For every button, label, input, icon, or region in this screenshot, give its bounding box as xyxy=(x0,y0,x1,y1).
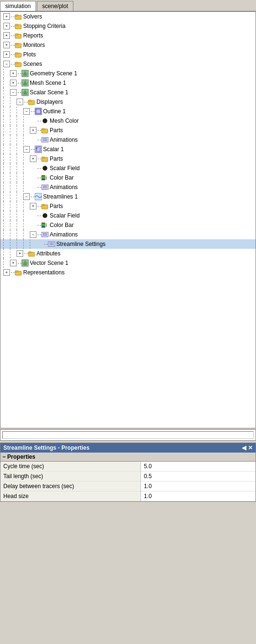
tree-item-monitors[interactable]: Monitors xyxy=(0,40,256,50)
tree-item-scalar-field-2[interactable]: Scalar Field xyxy=(0,211,256,220)
expander-parts-3[interactable] xyxy=(30,203,36,209)
anim-icon-2 xyxy=(41,183,49,191)
folder-icon-displayers xyxy=(28,98,35,106)
expander-plots[interactable] xyxy=(3,51,10,58)
field-value-cycle-time[interactable]: 5.0 xyxy=(141,462,256,472)
expander-empty-anim-1 xyxy=(30,136,36,143)
expander-scalar-scene[interactable] xyxy=(10,89,17,96)
folder-icon-3 xyxy=(15,32,22,39)
field-value-head-size[interactable]: 1.0 xyxy=(141,491,256,501)
colorbar-icon-1: 1 2 xyxy=(41,174,49,181)
tree-item-animations-2[interactable]: Animations xyxy=(0,182,256,192)
tree-item-outline-1[interactable]: Outline 1 xyxy=(0,107,256,116)
app-container: simulation scene/plot Solvers Stoppi xyxy=(0,0,256,502)
label-scenes: Scenes xyxy=(23,61,42,67)
expander-monitors[interactable] xyxy=(3,42,10,48)
tree-item-displayers[interactable]: Displayers xyxy=(0,97,256,107)
svg-point-46 xyxy=(43,166,47,171)
tree-item-solvers[interactable]: Solvers xyxy=(0,12,256,21)
expander-scalar-1[interactable] xyxy=(23,146,30,153)
expander-representations[interactable] xyxy=(3,269,10,276)
header-icons: ◀ ✕ xyxy=(242,444,253,451)
table-row: Delay between tracers (sec) 1.0 xyxy=(0,481,256,491)
svg-rect-7 xyxy=(15,43,18,45)
label-scalar-scene: Scalar Scene 1 xyxy=(30,89,68,96)
expander-geometry-scene[interactable] xyxy=(10,70,17,77)
anim-icon-3 xyxy=(41,231,49,238)
tree-item-mesh-color[interactable]: Mesh Color xyxy=(0,116,256,126)
svg-rect-79 xyxy=(28,252,31,253)
svg-point-30 xyxy=(43,118,47,123)
expander-scenes[interactable] xyxy=(3,61,10,67)
svg-point-62 xyxy=(43,213,47,218)
tree-item-parts-3[interactable]: Parts xyxy=(0,201,256,211)
expander-empty-sf-1 xyxy=(30,165,36,172)
label-mesh-color: Mesh Color xyxy=(50,118,79,124)
dot-icon-mesh-color xyxy=(41,117,49,125)
expander-parts-2[interactable] xyxy=(30,155,36,162)
tree-item-animations-1[interactable]: Animations xyxy=(0,135,256,145)
tree-item-scenes[interactable]: Scenes xyxy=(0,59,256,69)
label-attributes: Attributes xyxy=(36,250,61,257)
expander-reports[interactable] xyxy=(3,32,10,39)
expander-attributes[interactable] xyxy=(17,250,23,257)
svg-rect-59 xyxy=(35,198,42,200)
label-color-bar-1: Color Bar xyxy=(50,174,74,181)
tree-item-attributes[interactable]: Attributes xyxy=(0,249,256,258)
tree-item-scalar-1[interactable]: 2 Scalar 1 xyxy=(0,145,256,154)
tree-item-vector-scene[interactable]: Vector Scene 1 xyxy=(0,258,256,268)
tree-item-geometry-scene[interactable]: Geometry Scene 1 xyxy=(0,69,256,78)
expander-solvers[interactable] xyxy=(3,13,10,20)
search-input[interactable] xyxy=(2,431,254,439)
expander-stopping-criteria[interactable] xyxy=(3,23,10,29)
tree-item-scalar-field-1[interactable]: Scalar Field xyxy=(0,163,256,173)
tree-item-animations-3[interactable]: Animations xyxy=(0,230,256,239)
svg-rect-3 xyxy=(15,24,18,26)
tree-item-streamline-settings[interactable]: Streamline Settings xyxy=(0,239,256,249)
label-scalar-field-2: Scalar Field xyxy=(50,212,79,219)
tree-item-streamlines-1[interactable]: Streamlines 1 xyxy=(0,192,256,201)
field-value-tail-length[interactable]: 0.5 xyxy=(141,472,256,481)
tree-item-scalar-scene[interactable]: Scalar Scene 1 xyxy=(0,88,256,97)
label-animations-2: Animations xyxy=(50,184,78,190)
properties-section[interactable]: − Properties xyxy=(0,453,256,462)
folder-icon-parts-2 xyxy=(41,155,49,163)
tree-item-color-bar-2[interactable]: 1 2 Color Bar xyxy=(0,220,256,230)
field-value-delay[interactable]: 1.0 xyxy=(141,481,256,491)
label-outline-1: Outline 1 xyxy=(43,108,66,115)
label-reports: Reports xyxy=(23,32,43,39)
tree-item-reports[interactable]: Reports xyxy=(0,31,256,40)
tree-item-parts-2[interactable]: Parts xyxy=(0,154,256,163)
folder-icon-4 xyxy=(15,41,22,49)
streamline-settings-icon xyxy=(48,240,55,248)
tree-item-parts-1[interactable]: Parts xyxy=(0,126,256,135)
label-streamlines-1: Streamlines 1 xyxy=(43,193,78,200)
table-row: Tail length (sec) 0.5 xyxy=(0,472,256,481)
svg-rect-1 xyxy=(15,15,18,16)
expander-vector-scene[interactable] xyxy=(10,260,17,266)
tree-item-mesh-scene[interactable]: Mesh Scene 1 xyxy=(0,78,256,88)
tab-simulation[interactable]: simulation xyxy=(0,1,36,11)
dot-icon-sf-2 xyxy=(41,212,49,219)
properties-header: Streamline Settings - Properties ◀ ✕ xyxy=(0,443,256,453)
field-label-cycle-time: Cycle time (sec) xyxy=(0,462,141,472)
expander-streamlines-1[interactable] xyxy=(23,193,30,200)
expander-outline-1[interactable] xyxy=(23,108,30,115)
expander-displayers[interactable] xyxy=(17,99,23,105)
label-mesh-scene: Mesh Scene 1 xyxy=(30,80,66,86)
expander-animations-3[interactable] xyxy=(30,231,36,238)
tree-item-representations[interactable]: Representations xyxy=(0,268,256,277)
expander-mesh-scene[interactable] xyxy=(10,80,17,86)
label-displayers: Displayers xyxy=(36,99,63,105)
tree-item-stopping-criteria[interactable]: Stopping Criteria xyxy=(0,21,256,31)
label-animations-1: Animations xyxy=(50,136,78,143)
tab-scene-plot[interactable]: scene/plot xyxy=(37,1,73,11)
tree-item-color-bar-1[interactable]: 1 2 Color Bar xyxy=(0,173,256,182)
tree-item-plots[interactable]: Plots xyxy=(0,50,256,59)
scalar-icon-1: 2 xyxy=(35,145,42,153)
pin-icon[interactable]: ◀ xyxy=(242,444,246,451)
properties-table: Cycle time (sec) 5.0 Tail length (sec) 0… xyxy=(0,462,256,501)
expander-parts-1[interactable] xyxy=(30,127,36,134)
close-icon[interactable]: ✕ xyxy=(248,444,253,451)
table-row: Head size 1.0 xyxy=(0,491,256,501)
